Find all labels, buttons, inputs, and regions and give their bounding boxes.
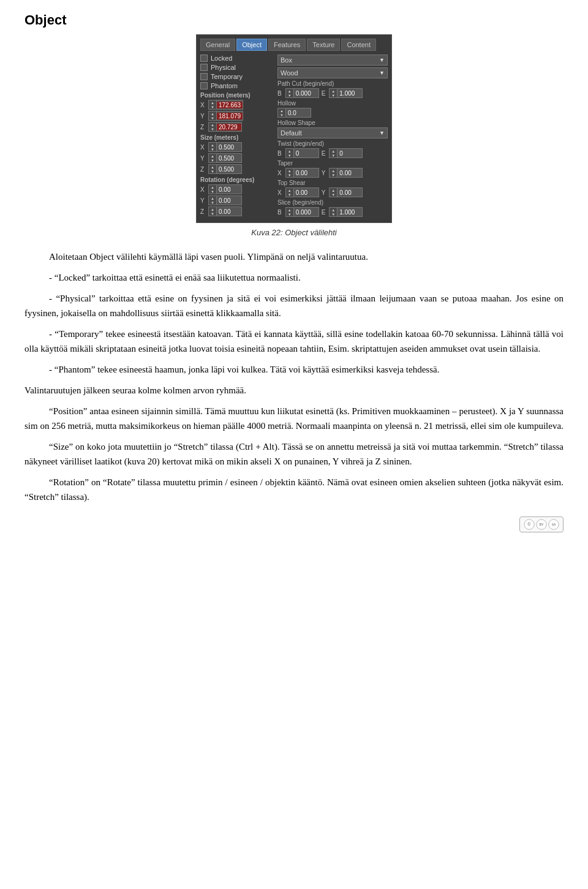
taper-x-up[interactable]: ▲ [286,168,293,173]
twist-b-spinbox[interactable]: ▲ ▼ 0 [285,148,319,158]
path-cut-b-spinbox[interactable]: ▲ ▼ 0.000 [285,88,319,98]
path-cut-label: Path Cut (begin/end) [277,80,388,87]
rotation-x-down[interactable]: ▼ [209,189,216,194]
para1: Aloitetaan Object välilehti käymällä läp… [24,249,564,264]
cc-icon: © BY SA [519,516,564,532]
twist-b-up[interactable]: ▲ [286,149,293,153]
tab-general[interactable]: General [200,39,235,51]
physical-checkbox[interactable] [200,64,208,71]
rotation-y-down[interactable]: ▼ [209,200,216,205]
rotation-z-row: Z ▲ ▼ 0.00 [200,206,274,216]
taper-x-down[interactable]: ▼ [286,173,293,177]
cc-logo-icon: © [524,519,535,530]
size-y-up[interactable]: ▲ [209,154,216,158]
hollow-up[interactable]: ▲ [278,108,285,113]
para4: - “Temporary” tekee esineestä itsestään … [24,327,564,356]
path-cut-b-up[interactable]: ▲ [286,89,293,93]
wood-dropdown[interactable]: Wood ▼ [277,67,388,78]
slice-e-spinbox[interactable]: ▲ ▼ 1.000 [329,207,363,217]
tab-features[interactable]: Features [268,39,306,51]
top-shear-y-down[interactable]: ▼ [330,192,337,197]
wood-value: Wood [281,69,298,77]
size-x-down[interactable]: ▼ [209,147,216,151]
rotation-z-spinbox[interactable]: ▲ ▼ 0.00 [208,206,242,216]
size-z-down[interactable]: ▼ [209,169,216,173]
position-x-up[interactable]: ▲ [209,100,216,105]
size-x-spinbox[interactable]: ▲ ▼ 0.500 [208,142,242,152]
position-z-down[interactable]: ▼ [209,127,216,131]
position-y-spinbox[interactable]: ▲ ▼ 181.079 [208,111,243,121]
path-cut-e-up[interactable]: ▲ [330,89,337,93]
top-shear-label: Top Shear [277,180,388,186]
rotation-y-spinbox[interactable]: ▲ ▼ 0.00 [208,195,242,205]
para5: - “Phantom” tekee esineestä haamun, jonk… [24,362,564,377]
size-y-spinbox[interactable]: ▲ ▼ 0.500 [208,153,242,163]
path-cut-e-down[interactable]: ▼ [330,93,337,97]
rotation-z-down[interactable]: ▼ [209,211,216,216]
top-shear-x-label: X [277,189,282,196]
slice-label: Slice (begin/end) [277,199,388,206]
size-z-up[interactable]: ▲ [209,165,216,169]
slice-e-label: E [322,209,326,216]
taper-y-spinbox[interactable]: ▲ ▼ 0.00 [329,168,363,178]
hollow-value: 0.0 [286,110,311,116]
size-x-up[interactable]: ▲ [209,143,216,147]
position-x-spinbox[interactable]: ▲ ▼ 172.663 [208,100,243,110]
position-z-label: Z [200,124,206,131]
tab-object[interactable]: Object [236,39,267,51]
hollow-spinbox[interactable]: ▲ ▼ 0.0 [277,108,311,118]
size-y-down[interactable]: ▼ [209,158,216,162]
hollow-shape-arrow: ▼ [379,130,385,136]
position-z-spinbox[interactable]: ▲ ▼ 20.729 [208,122,242,132]
rotation-x-up[interactable]: ▲ [209,185,216,189]
rotation-y-up[interactable]: ▲ [209,196,216,200]
top-shear-x-up[interactable]: ▲ [286,188,293,192]
top-shear-y-spinbox[interactable]: ▲ ▼ 0.00 [329,187,363,197]
size-x-label: X [200,144,206,151]
position-y-down[interactable]: ▼ [209,116,216,120]
hollow-label: Hollow [277,100,388,107]
path-cut-b-label: B [277,90,282,97]
box-dropdown[interactable]: Box ▼ [277,55,388,66]
rotation-z-up[interactable]: ▲ [209,207,216,211]
rotation-label: Rotation (degrees) [200,176,274,183]
path-cut-e-value: 1.000 [337,90,362,97]
slice-b-down[interactable]: ▼ [286,212,293,216]
phantom-checkbox-row: Phantom [200,82,274,89]
top-shear-x-spinbox[interactable]: ▲ ▼ 0.00 [285,187,319,197]
position-x-label: X [200,102,206,108]
twist-e-label: E [322,150,326,157]
twist-b-down[interactable]: ▼ [286,153,293,157]
slice-b-spinbox[interactable]: ▲ ▼ 0.000 [285,207,319,217]
position-z-up[interactable]: ▲ [209,123,216,127]
top-shear-y-up[interactable]: ▲ [330,188,337,192]
hollow-down[interactable]: ▼ [278,113,285,117]
position-y-up[interactable]: ▲ [209,112,216,116]
temporary-checkbox[interactable] [200,73,208,80]
rotation-z-value: 0.00 [217,208,241,215]
tab-texture[interactable]: Texture [307,39,340,51]
hollow-shape-dropdown[interactable]: Default ▼ [277,127,388,138]
twist-e-up[interactable]: ▲ [330,149,337,153]
slice-e-down[interactable]: ▼ [330,212,337,216]
taper-y-down[interactable]: ▼ [330,173,337,177]
physical-checkbox-row: Physical [200,64,274,71]
path-cut-e-spinbox[interactable]: ▲ ▼ 1.000 [329,88,363,98]
twist-e-down[interactable]: ▼ [330,153,337,157]
cc-sa-icon: SA [548,519,559,530]
top-shear-x-down[interactable]: ▼ [286,192,293,197]
size-z-spinbox[interactable]: ▲ ▼ 0.500 [208,164,242,174]
taper-y-up[interactable]: ▲ [330,168,337,173]
slice-e-up[interactable]: ▲ [330,208,337,212]
twist-label: Twist (begin/end) [277,140,388,147]
rotation-x-spinbox[interactable]: ▲ ▼ 0.00 [208,184,242,194]
locked-checkbox[interactable] [200,55,208,62]
taper-x-spinbox[interactable]: ▲ ▼ 0.00 [285,168,319,178]
phantom-checkbox[interactable] [200,82,208,89]
path-cut-b-down[interactable]: ▼ [286,93,293,97]
size-z-label: Z [200,166,206,173]
twist-e-spinbox[interactable]: ▲ ▼ 0 [329,148,363,158]
tab-content[interactable]: Content [341,39,376,51]
position-x-down[interactable]: ▼ [209,105,216,109]
slice-b-up[interactable]: ▲ [286,208,293,212]
